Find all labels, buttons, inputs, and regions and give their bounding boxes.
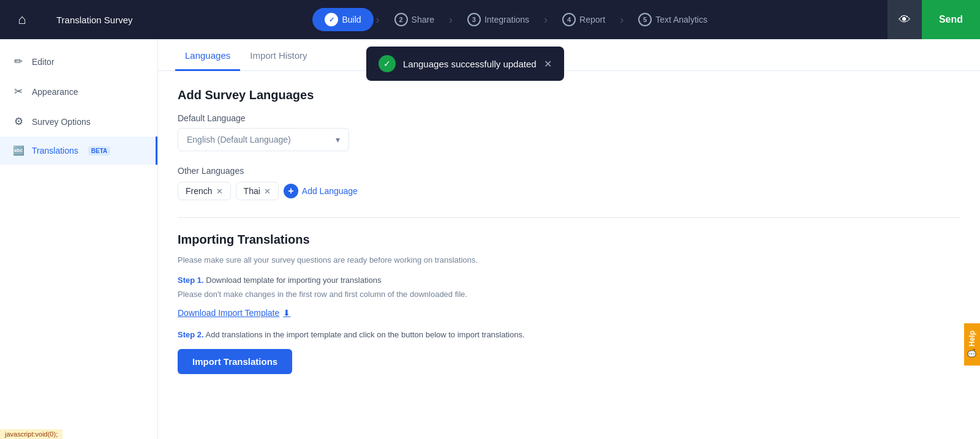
toast-message: Languages successfully updated [403,59,537,69]
step-label-4: Report [579,15,605,24]
sidebar: ✏ Editor ✂ Appearance ⚙ Survey Options 🔤… [0,39,158,439]
step-label-2: Share [412,15,434,24]
step1-line: Step 1. Download template for importing … [178,276,960,285]
sidebar-item-appearance[interactable]: ✂ Appearance [0,77,157,107]
send-button[interactable]: Send [922,0,980,39]
section-divider [178,217,960,218]
nav-step-share[interactable]: 2 Share [382,8,447,31]
beta-badge: BETA [88,146,110,156]
tab-languages[interactable]: Languages [175,39,240,71]
step-num-3: 3 [467,13,481,26]
download-icon: ⬇ [283,308,290,318]
success-toast: ✓ Languages successfully updated ✕ [366,47,564,81]
appearance-icon: ✂ [12,85,24,98]
sidebar-label-translations: Translations [32,146,78,156]
sidebar-item-translations[interactable]: 🔤 Translations BETA [0,137,157,165]
top-nav: ⌂ Translation Survey ✓ Build › 2 Share ›… [0,0,980,39]
remove-thai-button[interactable]: ✕ [264,187,271,196]
step-num-2: 2 [394,13,408,26]
translations-icon: 🔤 [12,145,24,156]
sidebar-item-survey-options[interactable]: ⚙ Survey Options [0,107,157,137]
importing-translations-title: Importing Translations [178,233,960,247]
step-label-5: Text Analytics [655,15,707,24]
nav-right: 👁 Send [888,0,980,39]
survey-options-icon: ⚙ [12,115,24,128]
sidebar-item-editor[interactable]: ✏ Editor [0,47,157,77]
editor-icon: ✏ [12,55,24,68]
language-tag-thai: Thai ✕ [236,182,279,200]
home-icon: ⌂ [18,12,26,28]
import-translations-button[interactable]: Import Translations [178,349,292,374]
step-arrow-1: › [376,13,380,26]
step-num-1: ✓ [325,13,338,26]
other-languages-label: Other Languages [178,166,960,176]
french-label: French [186,186,213,196]
nav-step-build[interactable]: ✓ Build [312,8,373,31]
default-language-value: English (Default Language) [187,135,291,144]
step2-num: Step 2. [178,330,204,339]
step1-note: Please don't make changes in the first r… [178,290,960,299]
default-language-label: Default Language [178,113,960,123]
step-arrow-3: › [544,13,548,26]
step1-text: Download template for importing your tra… [206,276,381,285]
survey-title: Translation Survey [44,15,145,25]
add-languages-title: Add Survey Languages [178,88,960,102]
toast-check-icon: ✓ [379,55,396,72]
home-button[interactable]: ⌂ [0,0,44,39]
step1-num: Step 1. [178,276,204,285]
remove-french-button[interactable]: ✕ [216,187,223,196]
thai-label: Thai [244,186,260,196]
step-label-1: Build [342,15,361,24]
status-bar: javascript:void(0); [0,429,62,439]
help-chat-icon: 💬 [968,349,976,358]
tab-import-history[interactable]: Import History [240,39,317,71]
content-area: Languages Import History ✓ Languages suc… [158,39,980,439]
add-language-label: Add Language [302,186,358,196]
sidebar-label-survey-options: Survey Options [32,117,91,127]
sidebar-label-editor: Editor [32,57,55,67]
step2-text: Add translations in the import template … [206,330,525,339]
nav-step-text-analytics[interactable]: 5 Text Analytics [626,8,720,31]
download-link-text: Download Import Template [178,308,279,318]
step-arrow-2: › [449,13,453,26]
help-tab[interactable]: 💬 Help [964,323,980,366]
add-icon: + [284,184,298,198]
step2-line: Step 2. Add translations in the import t… [178,330,960,339]
language-tags: French ✕ Thai ✕ + Add Language [178,182,960,200]
step-num-5: 5 [638,13,652,26]
add-language-button[interactable]: + Add Language [284,184,358,198]
status-text: javascript:void(0); [5,430,58,438]
help-label: Help [968,331,976,347]
step-num-4: 4 [562,13,576,26]
tabs-bar: Languages Import History ✓ Languages suc… [158,39,980,71]
nav-step-report[interactable]: 4 Report [550,8,617,31]
nav-step-integrations[interactable]: 3 Integrations [455,8,541,31]
download-import-template-link[interactable]: Download Import Template ⬇ [178,308,290,318]
importing-description: Please make sure all your survey questio… [178,255,960,265]
step-arrow-4: › [620,13,624,26]
preview-button[interactable]: 👁 [888,0,922,39]
sidebar-label-appearance: Appearance [32,87,78,97]
main-layout: ✏ Editor ✂ Appearance ⚙ Survey Options 🔤… [0,39,980,439]
step-label-3: Integrations [484,15,529,24]
content-body: Add Survey Languages Default Language En… [158,71,980,391]
chevron-down-icon: ▾ [336,135,340,144]
default-language-select[interactable]: English (Default Language) ▾ [178,128,349,151]
nav-steps: ✓ Build › 2 Share › 3 Integrations › 4 R… [145,8,888,31]
language-tag-french: French ✕ [178,182,231,200]
eye-icon: 👁 [899,13,911,27]
toast-close-button[interactable]: ✕ [544,58,552,70]
